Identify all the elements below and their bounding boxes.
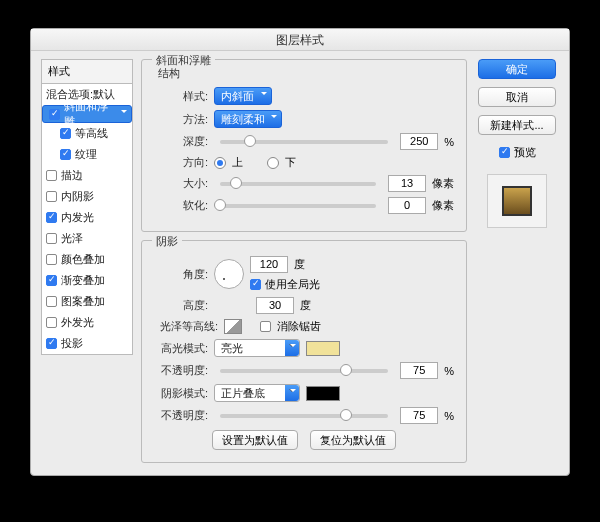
sidebar-item[interactable]: 图案叠加 [42,291,132,312]
sidebar-item-label: 描边 [61,168,83,183]
sidebar-item-label: 图案叠加 [61,294,105,309]
style-checkbox[interactable] [49,109,60,120]
altitude-input[interactable]: 30 [256,297,294,314]
sidebar-item[interactable]: 外发光 [42,312,132,333]
highlight-opacity-label: 不透明度: [154,363,208,378]
contour-picker[interactable] [224,319,242,334]
highlight-mode-select[interactable]: 亮光 [214,339,300,357]
style-label: 样式: [154,89,208,104]
style-checkbox[interactable] [60,128,71,139]
highlight-opacity-input[interactable]: 75 [400,362,438,379]
structure-group: 斜面和浮雕 结构 样式: 内斜面 方法: 雕刻柔和 深度: 250 % 方向 [141,59,467,232]
style-checkbox[interactable] [46,191,57,202]
soften-slider[interactable] [220,204,376,208]
sidebar-item[interactable]: 斜面和浮雕 [42,105,132,123]
antialias-checkbox[interactable] [260,321,271,332]
angle-dial[interactable] [214,259,244,289]
titlebar: 图层样式 [31,29,569,51]
sidebar-header: 样式 [41,59,133,83]
style-select[interactable]: 内斜面 [214,87,272,105]
style-checkbox[interactable] [46,296,57,307]
shading-group: 阴影 角度: 120 度 使用全局光 [141,240,467,463]
dir-down-radio[interactable] [267,157,279,169]
sidebar-item[interactable]: 内发光 [42,207,132,228]
shading-title: 阴影 [152,234,182,249]
sidebar-item-label: 光泽 [61,231,83,246]
ok-button[interactable]: 确定 [478,59,556,79]
method-select[interactable]: 雕刻柔和 [214,110,282,128]
pct: % [444,136,454,148]
preview-label: 预览 [514,145,536,160]
sidebar-item[interactable]: 纹理 [42,144,132,165]
depth-slider[interactable] [220,140,388,144]
dir-up-radio[interactable] [214,157,226,169]
group-title: 斜面和浮雕 [152,53,215,68]
sidebar-item-label: 内阴影 [61,189,94,204]
sidebar-item-label: 斜面和浮雕 [64,99,115,129]
style-checkbox[interactable] [60,149,71,160]
highlight-opacity-slider[interactable] [220,369,388,373]
cancel-button[interactable]: 取消 [478,87,556,107]
make-default-button[interactable]: 设置为默认值 [212,430,298,450]
style-checkbox[interactable] [46,233,57,244]
style-checkbox[interactable] [46,170,57,181]
deg2: 度 [300,298,311,313]
deg: 度 [294,257,305,272]
angle-input[interactable]: 120 [250,256,288,273]
style-sidebar: 样式 混合选项:默认 斜面和浮雕等高线纹理描边内阴影内发光光泽颜色叠加渐变叠加图… [41,59,133,463]
soften-label: 软化: [154,198,208,213]
dir-down-label: 下 [285,155,296,170]
contour-label: 光泽等高线: [154,319,218,334]
sidebar-item-label: 纹理 [75,147,97,162]
sidebar-item-label: 渐变叠加 [61,273,105,288]
sidebar-item-label: 投影 [61,336,83,351]
sidebar-item[interactable]: 内阴影 [42,186,132,207]
shadow-opacity-slider[interactable] [220,414,388,418]
depth-input[interactable]: 250 [400,133,438,150]
reset-default-button[interactable]: 复位为默认值 [310,430,396,450]
px2: 像素 [432,198,454,213]
style-checkbox[interactable] [46,212,57,223]
altitude-label: 高度: [154,298,208,313]
shadow-opacity-input[interactable]: 75 [400,407,438,424]
size-slider[interactable] [220,182,376,186]
highlight-mode-label: 高光模式: [154,341,208,356]
sidebar-item[interactable]: 渐变叠加 [42,270,132,291]
antialias-label: 消除锯齿 [277,319,321,334]
sidebar-item[interactable]: 光泽 [42,228,132,249]
depth-label: 深度: [154,134,208,149]
angle-label: 角度: [154,267,208,282]
global-light-checkbox[interactable] [250,279,261,290]
sidebar-item-label: 外发光 [61,315,94,330]
preview-thumbnail [487,174,547,228]
new-style-button[interactable]: 新建样式... [478,115,556,135]
shadow-color[interactable] [306,386,340,401]
preview-checkbox[interactable] [499,147,510,158]
shadow-opacity-label: 不透明度: [154,408,208,423]
global-light-label: 使用全局光 [265,277,320,292]
highlight-color[interactable] [306,341,340,356]
sidebar-item[interactable]: 描边 [42,165,132,186]
style-checkbox[interactable] [46,338,57,349]
shadow-mode-select[interactable]: 正片叠底 [214,384,300,402]
sidebar-item[interactable]: 投影 [42,333,132,354]
sidebar-item-label: 颜色叠加 [61,252,105,267]
style-checkbox[interactable] [46,275,57,286]
soften-input[interactable]: 0 [388,197,426,214]
size-input[interactable]: 13 [388,175,426,192]
layer-style-dialog: 图层样式 样式 混合选项:默认 斜面和浮雕等高线纹理描边内阴影内发光光泽颜色叠加… [30,28,570,476]
shadow-mode-label: 阴影模式: [154,386,208,401]
direction-label: 方向: [154,155,208,170]
sidebar-item[interactable]: 颜色叠加 [42,249,132,270]
style-checkbox[interactable] [46,317,57,328]
sidebar-list: 混合选项:默认 斜面和浮雕等高线纹理描边内阴影内发光光泽颜色叠加渐变叠加图案叠加… [41,83,133,355]
px: 像素 [432,176,454,191]
dir-up-label: 上 [232,155,243,170]
method-label: 方法: [154,112,208,127]
style-checkbox[interactable] [46,254,57,265]
structure-subhdr: 结构 [158,66,454,81]
sidebar-item-label: 内发光 [61,210,94,225]
size-label: 大小: [154,176,208,191]
